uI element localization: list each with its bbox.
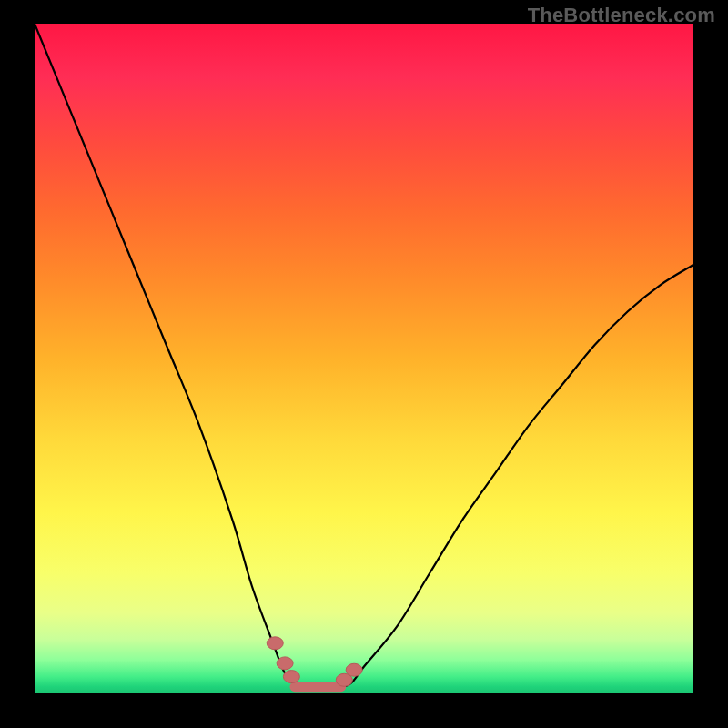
chart-stage: TheBottleneck.com — [0, 0, 728, 728]
valley-marker — [277, 657, 293, 670]
curve-path — [35, 24, 693, 691]
valley-marker — [267, 637, 283, 650]
valley-marker — [346, 663, 362, 676]
bottleneck-curve — [35, 24, 693, 693]
plot-area — [35, 24, 693, 693]
valley-marker — [283, 671, 299, 683]
